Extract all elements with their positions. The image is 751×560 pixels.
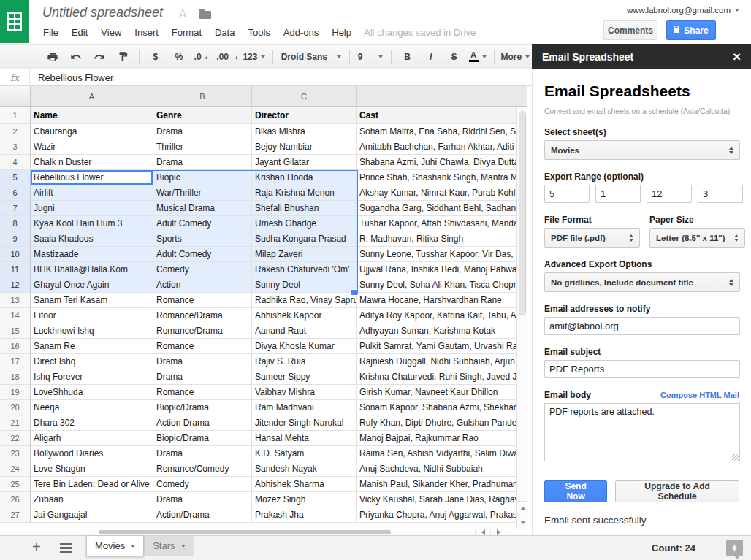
grid-cell[interactable]: Saala Khadoos <box>31 231 153 247</box>
grid-cell[interactable]: Mozez Singh <box>252 492 357 507</box>
text-color-button[interactable]: A <box>466 48 489 66</box>
grid-cell[interactable]: Chauranga <box>31 124 153 139</box>
row-header-10[interactable]: 10 <box>0 247 31 262</box>
row-header-7[interactable]: 7 <box>0 201 31 216</box>
comments-button[interactable]: Comments <box>603 20 657 40</box>
grid-cell[interactable]: Romance <box>153 385 252 400</box>
currency-format-button[interactable]: $ <box>144 48 167 66</box>
grid-cell[interactable]: Cast <box>357 107 527 124</box>
grid-cell[interactable]: BHK Bhalla@Halla.Kom <box>31 262 153 277</box>
column-header-B[interactable]: B <box>153 86 252 107</box>
grid-cell[interactable]: Director <box>252 107 357 124</box>
grid-cell[interactable]: Love Shagun <box>31 461 153 477</box>
more-button[interactable]: More <box>499 48 532 66</box>
grid-cell[interactable]: Divya Khosla Kumar <box>252 339 357 354</box>
grid-cell[interactable]: Drama <box>153 492 252 507</box>
row-header-24[interactable]: 24 <box>0 461 31 477</box>
row-header-15[interactable]: 15 <box>0 323 31 339</box>
grid-cell[interactable]: Biopic/Drama <box>153 400 252 415</box>
grid-cell[interactable]: Vaibhav Mishra <box>252 385 357 400</box>
grid-cell[interactable]: Sugandha Garg, Siddhant Behl, Sadhana Si… <box>357 201 527 216</box>
percent-format-button[interactable]: % <box>167 48 191 66</box>
number-format-button[interactable]: 123 <box>240 48 268 66</box>
grid-cell[interactable]: Sports <box>153 231 252 247</box>
grid-cell[interactable]: Rajiv S. Ruia <box>252 354 357 369</box>
row-header-6[interactable]: 6 <box>0 185 31 201</box>
close-icon[interactable] <box>733 50 741 64</box>
row-header-2[interactable]: 2 <box>0 124 31 139</box>
sheet-select[interactable]: Movies <box>544 140 740 160</box>
grid-cell[interactable]: Rajniesh Duggall, Nidhi Subbaiah, Arjun … <box>357 354 527 369</box>
grid-cell[interactable]: Musical Drama <box>153 201 252 216</box>
row-header-22[interactable]: 22 <box>0 431 31 446</box>
row-header-19[interactable]: 19 <box>0 385 31 400</box>
grid-cell[interactable]: Jai Gangaajal <box>31 507 153 523</box>
grid-cell[interactable]: Jayant Gilatar <box>252 155 357 170</box>
grid-cell[interactable]: LoveShhuda <box>31 385 153 400</box>
grid-cell[interactable]: Adult Comedy <box>153 247 252 262</box>
row-header-27[interactable]: 27 <box>0 507 31 523</box>
grid-cell[interactable]: Abhishek Kapoor <box>252 308 357 323</box>
grid-cell[interactable]: Kyaa Kool Hain Hum 3 <box>31 216 153 231</box>
grid-cell[interactable]: Ujjwal Rana, Inshika Bedi, Manoj Pahwa, … <box>357 262 527 277</box>
grid-cell[interactable]: Sanam Re <box>31 339 153 354</box>
scroll-up-button[interactable] <box>517 501 527 515</box>
export-range-start-row-input[interactable] <box>544 185 590 203</box>
all-sheets-menu-icon[interactable] <box>60 543 72 545</box>
grid-cell[interactable]: Neerja <box>31 400 153 415</box>
grid-cell[interactable]: Jugni <box>31 201 153 216</box>
grid-cell[interactable]: Drama <box>153 446 252 461</box>
formula-input[interactable]: Rebellious Flower <box>30 69 113 85</box>
email-subject-input[interactable] <box>544 360 740 378</box>
grid-cell[interactable]: Biopic/Drama <box>153 431 252 446</box>
row-header-11[interactable]: 11 <box>0 262 31 277</box>
grid-cell[interactable]: Manish Paul, Sikander Kher, Pradhuman Si… <box>357 477 527 492</box>
grid-cell[interactable]: Sudha Kongara Prasad <box>252 231 357 247</box>
grid-cell[interactable]: Action/Drama <box>153 507 252 523</box>
row-header-3[interactable]: 3 <box>0 139 31 155</box>
grid-cell[interactable]: Sandesh Nayak <box>252 461 357 477</box>
row-header-25[interactable]: 25 <box>0 477 31 492</box>
folder-icon[interactable] <box>199 11 211 19</box>
upgrade-schedule-button[interactable]: Upgrade to Add Schedule <box>615 480 739 502</box>
grid-cell[interactable]: Drama <box>153 354 252 369</box>
decrease-decimals-button[interactable]: .0 <box>191 48 214 66</box>
menu-insert[interactable]: Insert <box>128 24 165 41</box>
grid-cell[interactable]: Romance <box>153 293 252 308</box>
row-header-18[interactable]: 18 <box>0 369 31 385</box>
menu-view[interactable]: View <box>94 24 128 41</box>
grid-cell[interactable]: Prince Shah, Shashank Singh, Mantra Mugd <box>357 170 527 185</box>
grid-cell[interactable]: Milap Zaveri <box>252 247 357 262</box>
document-title[interactable]: Untitled spreadsheet <box>42 5 163 20</box>
grid-cell[interactable]: Krishna Chaturvedi, Ruhi Singh, Javed Ja… <box>357 369 527 385</box>
email-body-textarea[interactable]: PDF reports are attached. <box>544 403 740 461</box>
grid-cell[interactable]: Tere Bin Laden: Dead or Alive <box>31 477 153 492</box>
grid-cell[interactable]: Mawra Hocane, Harshvardhan Rane <box>357 293 527 308</box>
grid-cell[interactable]: Romance/Drama <box>153 323 252 339</box>
grid-cell[interactable]: K.D. Satyam <box>252 446 357 461</box>
grid-cell[interactable]: R. Madhavan, Ritika Singh <box>357 231 527 247</box>
scroll-left-button[interactable] <box>475 529 491 535</box>
italic-button[interactable]: I <box>419 48 443 66</box>
grid-cell[interactable]: Airlift <box>31 185 153 201</box>
grid-cell[interactable]: Girish Kumar, Navneet Kaur Dhillon <box>357 385 527 400</box>
grid-cell[interactable]: Ram Madhvani <box>252 400 357 415</box>
grid-cell[interactable]: Umesh Ghadge <box>252 216 357 231</box>
row-header-21[interactable]: 21 <box>0 415 31 431</box>
font-size-dropdown[interactable]: 9 <box>354 48 386 66</box>
paper-size-select[interactable]: Letter (8.5" x 11") <box>649 228 745 248</box>
grid-cell[interactable]: War/Thriller <box>153 185 252 201</box>
row-header-8[interactable]: 8 <box>0 216 31 231</box>
grid-cell[interactable]: Comedy <box>153 477 252 492</box>
strikethrough-button[interactable]: S <box>443 48 466 66</box>
grid-cell[interactable]: Ghayal Once Again <box>31 277 153 293</box>
compose-html-link[interactable]: Compose HTML Mail <box>660 391 739 399</box>
row-header-17[interactable]: 17 <box>0 354 31 369</box>
scroll-down-button[interactable] <box>517 515 527 529</box>
menu-tools[interactable]: Tools <box>241 24 276 41</box>
vertical-scrollbar[interactable] <box>516 107 527 529</box>
row-header-5[interactable]: 5 <box>0 170 31 185</box>
grid-cell[interactable]: Sunny Leone, Tusshar Kapoor, Vir Das, Sh… <box>357 247 527 262</box>
advanced-options-select[interactable]: No gridlines, Include document title <box>544 272 740 292</box>
vertical-scrollbar-thumb[interactable] <box>519 111 526 315</box>
